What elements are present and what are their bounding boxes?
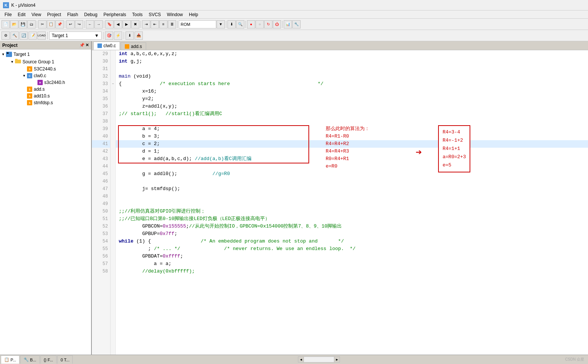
svg-rect-1: [7, 52, 9, 54]
menu-help[interactable]: Help: [186, 11, 201, 18]
bottom-tab-templates[interactable]: 0 T...: [57, 355, 73, 364]
load-target-button[interactable]: LOAD: [37, 31, 46, 40]
translate-button[interactable]: 📝: [28, 31, 37, 40]
tree-item-s3c2440h[interactable]: H s3c2440.h: [13, 79, 91, 86]
result-box: R4=3-4 R4=-1+2 R4=1+1 a=R0=2+3 e=5: [438, 125, 470, 172]
bottom-tab-build[interactable]: 🔧 B...: [20, 355, 40, 364]
line-num-40: 40: [92, 133, 110, 140]
tree-item-add10s[interactable]: S add10.s: [9, 93, 91, 99]
bookmark-prev[interactable]: ◀: [114, 20, 122, 28]
download2-button[interactable]: 📥: [135, 31, 143, 40]
bookmark-clear[interactable]: ✖: [131, 20, 139, 28]
menu-debug[interactable]: Debug: [81, 11, 100, 18]
new-file-button[interactable]: 📄: [1, 20, 10, 28]
close-panel-icon[interactable]: ✕: [85, 43, 89, 48]
rebuild-button[interactable]: 🔄: [19, 31, 28, 40]
s3c2440s-file-icon: S: [27, 66, 32, 72]
debug-target-button[interactable]: 🎯: [105, 31, 113, 40]
build-button[interactable]: 🔨: [10, 31, 19, 40]
line-num-47: 47: [92, 185, 110, 193]
anno-er0: e=R0: [326, 163, 370, 170]
line-num-35: 35: [92, 95, 110, 103]
save-all-button[interactable]: 🗂: [27, 20, 36, 28]
format1-button[interactable]: ≡: [159, 20, 168, 28]
code-line-56: GPBDAT=0xffff;: [116, 253, 588, 260]
redo-button[interactable]: ↪: [75, 20, 83, 28]
cut-button[interactable]: ✂: [38, 20, 46, 28]
save-button[interactable]: 💾: [19, 20, 27, 28]
outdent-button[interactable]: ⇤: [151, 20, 159, 28]
stmfdsps-file-icon: S: [27, 100, 32, 105]
tab-clw0c-icon: [97, 43, 102, 48]
config-button[interactable]: 🔧: [292, 20, 301, 28]
run-button[interactable]: ●: [247, 20, 255, 28]
tab-clw0c[interactable]: clw0.c: [93, 42, 120, 50]
load-button[interactable]: ⬇: [227, 20, 236, 28]
bookmark-button[interactable]: 🔖: [105, 20, 114, 28]
view-button[interactable]: 📊: [284, 20, 292, 28]
nav-forward-button[interactable]: →: [94, 20, 103, 28]
menu-edit[interactable]: Edit: [15, 11, 28, 18]
rom-dropdown-arrow[interactable]: ▼: [217, 20, 225, 28]
hscroll-left[interactable]: ◀: [298, 357, 304, 363]
result-ar023: a=R0=2+3: [443, 153, 466, 161]
download-button[interactable]: ⬇: [126, 31, 134, 40]
format2-button[interactable]: ≣: [168, 20, 176, 28]
expand-clw0c-icon: ▼: [22, 74, 26, 78]
bookmark-next[interactable]: ▶: [123, 20, 131, 28]
bottom-tab-project[interactable]: 📋 P...: [1, 355, 19, 364]
toolbar-separator-7: [226, 21, 226, 28]
code-line-31: [116, 65, 588, 73]
open-file-button[interactable]: 📂: [10, 20, 18, 28]
tree-item-s3c2440s[interactable]: S S3C2440.s: [9, 66, 91, 72]
power-button[interactable]: ⏻: [273, 20, 281, 28]
toolbar-separator-1: [37, 21, 37, 28]
stop-button[interactable]: ○: [256, 20, 264, 28]
menu-view[interactable]: View: [28, 11, 44, 18]
debug1-button[interactable]: 🔍: [236, 20, 244, 28]
debug-settings-button[interactable]: ⚡: [114, 31, 122, 40]
toolbar2: ⚙ 🔨 🔄 📝 LOAD Target 1 ▼ 🎯 ⚡ ⬇ 📥: [0, 30, 588, 41]
menu-svcs[interactable]: SVCS: [146, 11, 164, 18]
tree-item-source-group[interactable]: ▼ Source Group 1: [4, 58, 91, 66]
nav-back-button[interactable]: ←: [86, 20, 94, 28]
tree-item-stmfdsps[interactable]: S stmfdsp.s: [9, 99, 91, 106]
copy-button[interactable]: 📋: [47, 20, 55, 28]
rom-dropdown[interactable]: ROM: [179, 20, 216, 28]
indent-button[interactable]: ⇥: [142, 20, 150, 28]
tab-adds[interactable]: add.s: [121, 42, 146, 50]
code-line-49: [116, 200, 588, 208]
bottom-tab-functions[interactable]: {} F...: [40, 355, 57, 364]
build-all-button[interactable]: ⚙: [1, 31, 10, 40]
code-line-36: z=addl(x,y);: [116, 103, 588, 110]
target-dropdown[interactable]: Target 1 ▼: [49, 31, 102, 40]
anno-r4r4r3: R4=R4+R3: [326, 148, 370, 155]
code-lines-container[interactable]: int a,b,c,d,e,x,y,z; int g,j; main (void…: [116, 50, 588, 355]
tree-item-clw0c[interactable]: ▼ C clw0.c: [9, 72, 91, 79]
undo-button[interactable]: ↩: [66, 20, 75, 28]
menu-peripherals[interactable]: Peripherals: [100, 11, 129, 18]
menu-file[interactable]: File: [1, 11, 15, 18]
func-tab-label: F...: [48, 358, 53, 362]
menu-window[interactable]: Window: [164, 11, 186, 18]
code-editor[interactable]: 29 30 31 32 33 34 35 36 37 38 39 40 41 4…: [92, 50, 588, 355]
reset-button[interactable]: ↻: [264, 20, 272, 28]
func-tab-icon: {}: [44, 358, 46, 362]
panel-controls: 📌 ✕: [79, 43, 89, 48]
code-line-45: g = addl0(); //g=R0: [116, 170, 588, 178]
menu-flash[interactable]: Flash: [64, 11, 81, 18]
code-line-51: ;;//已知端口B口第0-10脚输出接LED灯负极（LED正极连接高电平）: [116, 215, 588, 223]
menu-project[interactable]: Project: [44, 11, 64, 18]
paste-button[interactable]: 📌: [55, 20, 64, 28]
hscroll-track[interactable]: [304, 357, 334, 363]
menu-tools[interactable]: Tools: [129, 11, 146, 18]
fold-marker-33[interactable]: −: [111, 80, 115, 88]
s3c2440h-label: s3c2440.h: [44, 80, 65, 85]
tree-item-adds[interactable]: S add.s: [9, 86, 91, 93]
tree-item-target1[interactable]: ▼ Target 1: [0, 51, 91, 58]
toolbar-separator-6: [177, 21, 178, 28]
project-title: Project: [2, 43, 18, 48]
line-num-56: 56: [92, 253, 110, 260]
hscroll-right[interactable]: ▶: [334, 357, 340, 363]
pin-icon[interactable]: 📌: [79, 43, 85, 48]
